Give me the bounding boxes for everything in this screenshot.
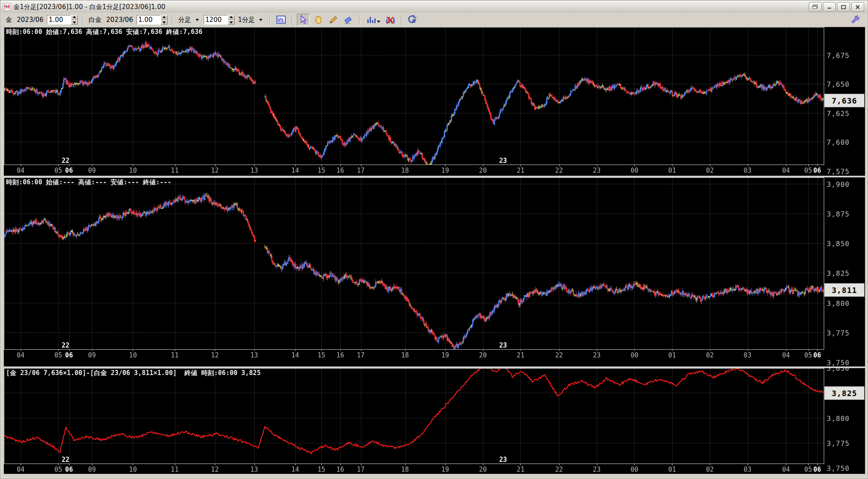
svg-text:R: R <box>412 19 416 24</box>
refresh-cr-button[interactable]: R <box>406 14 419 26</box>
maximize-button[interactable] <box>837 2 850 12</box>
app-icon <box>3 3 11 11</box>
bar-type-label: 分足 <box>178 16 191 24</box>
spread-chart-canvas[interactable] <box>4 368 864 473</box>
spin-up-icon[interactable] <box>71 15 78 20</box>
indicators-dropdown-caret[interactable] <box>377 21 380 23</box>
platinum-label: 白金 <box>89 16 101 24</box>
remove-indicator-button[interactable] <box>384 14 397 26</box>
window-title: 金1分足[2023/06]1.00 - 白金1分足[2023/06]1.00 <box>13 3 165 11</box>
spread-readout: [金 23/06 7,636×1.00]-[白金 23/06 3,811×1.0… <box>6 369 261 377</box>
title-bar: 金1分足[2023/06]1.00 - 白金1分足[2023/06]1.00 <box>1 1 867 13</box>
pan-hand-button[interactable] <box>312 14 325 26</box>
toolbar-separator <box>359 15 360 25</box>
gold-multiplier-input[interactable] <box>47 15 71 24</box>
window-controls <box>809 2 865 12</box>
gold-multiplier-spinner <box>47 15 78 24</box>
chart-properties-button[interactable] <box>275 14 287 26</box>
close-button[interactable] <box>851 2 864 12</box>
bar-type-dropdown-caret[interactable] <box>196 19 199 21</box>
gold-last-price-badge: 7,636 <box>824 94 865 107</box>
platinum-chart-canvas[interactable] <box>4 177 864 366</box>
spin-down-icon[interactable] <box>228 20 235 24</box>
interval-label: 1分足 <box>238 16 255 24</box>
popout-window-button[interactable] <box>809 2 822 12</box>
toolbar-separator <box>401 15 402 25</box>
platinum-multiplier-spinner <box>137 15 168 24</box>
platinum-last-price-badge: 3,811 <box>824 283 865 297</box>
platinum-contract-month: 2023/06 <box>106 16 133 24</box>
bar-count-spinner <box>204 15 235 24</box>
app-window: { "window": { "title": "金1分足[2023/06]1.0… <box>0 0 868 479</box>
interval-dropdown-caret[interactable] <box>259 19 263 21</box>
gold-contract-month: 2023/06 <box>17 16 43 24</box>
platinum-ohlc-readout: 時刻:06:00 始値:--- 高値:--- 安値:--- 終値:--- <box>6 178 171 186</box>
platinum-chart-pane: 時刻:06:00 始値:--- 高値:--- 安値:--- 終値:--- 3,8… <box>3 177 865 367</box>
toolbar-separator <box>172 15 173 25</box>
toolbar-separator <box>269 15 270 25</box>
gold-chart-canvas[interactable] <box>4 27 864 175</box>
gold-chart-pane: 時刻:06:00 始値:7,636 高値:7,636 安値:7,636 終値:7… <box>3 27 865 176</box>
spin-up-icon[interactable] <box>161 15 168 20</box>
spin-down-icon[interactable] <box>161 20 168 24</box>
spread-chart-pane: [金 23/06 7,636×1.00]-[白金 23/06 3,811×1.0… <box>3 368 865 474</box>
bar-count-input[interactable] <box>204 15 228 24</box>
spin-down-icon[interactable] <box>71 20 78 24</box>
gold-label: 金 <box>6 16 12 24</box>
spin-up-icon[interactable] <box>228 15 235 20</box>
erase-drawing-button[interactable] <box>342 14 355 26</box>
spread-last-price-badge: 3,825 <box>824 386 865 400</box>
toolbar-separator <box>292 15 293 25</box>
toolbar-separator <box>82 15 83 25</box>
toolbar: 金 2023/06 白金 2023/06 分足 1分足 <box>1 13 867 27</box>
platinum-multiplier-input[interactable] <box>137 15 161 24</box>
indicators-button[interactable] <box>364 14 382 26</box>
settings-wrench-button[interactable] <box>849 14 862 26</box>
draw-line-button[interactable] <box>327 14 340 26</box>
select-cursor-button[interactable] <box>297 14 310 26</box>
gold-ohlc-readout: 時刻:06:00 始値:7,636 高値:7,636 安値:7,636 終値:7… <box>6 28 202 36</box>
minimize-button[interactable] <box>823 2 836 12</box>
